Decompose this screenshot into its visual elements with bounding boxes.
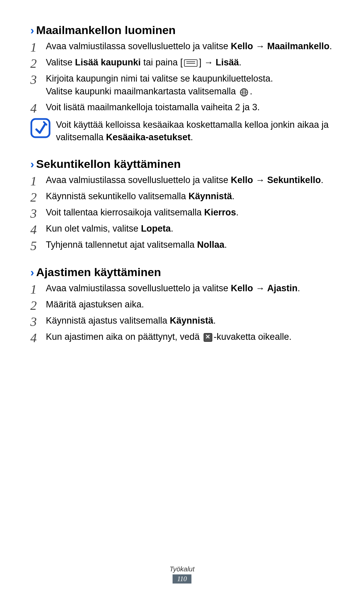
text: . [250,86,252,96]
note-icon [30,118,51,138]
heading-text: Ajastimen käyttäminen [36,266,161,279]
step-body: Käynnistä ajastus valitsemalla Käynnistä… [46,315,334,327]
text: . [224,240,227,250]
step-number: 5 [30,239,46,252]
text: . [329,41,332,51]
text: -kuvaketta oikealle. [214,332,292,342]
step-number: 3 [30,72,46,86]
text: . [321,175,324,185]
step-item: 3 Kirjoita kaupungin nimi tai valitse se… [30,72,334,98]
text: Voit lisätä maailmankelloja toistamalla … [46,102,260,112]
step-body: Kirjoita kaupungin nimi tai valitse se k… [46,72,334,98]
step-number: 1 [30,282,46,296]
text: Käynnistä sekuntikello valitsemalla [46,191,188,201]
text: Valitse kaupunki maailmankartasta valits… [46,86,238,96]
chevron-icon: › [30,158,34,170]
text: Kun olet valmis, valitse [46,223,141,234]
step-number: 2 [30,190,46,204]
step-item: 4 Kun olet valmis, valitse Lopeta. [30,222,334,236]
page-footer: Työkalut 110 [0,565,364,584]
bold-text: Maailmankello [267,41,330,51]
manual-page: › Maailmankellon luominen 1 Avaa valmius… [0,0,364,597]
step-item: 4 Voit lisätä maailmankelloja toistamall… [30,101,334,115]
step-number: 4 [30,101,46,115]
menu-key-icon [184,59,198,67]
step-item: 2 Valitse Lisää kaupunki tai paina [] → … [30,56,334,70]
text: . [171,223,174,234]
note-text: Voit käyttää kelloissa kesäaikaa koskett… [56,118,334,144]
step-item: 3 Voit tallentaa kierrosaikoja valitsema… [30,206,334,220]
text: . [232,191,235,201]
text: . [298,283,300,293]
chevron-icon: › [30,24,34,36]
step-item: 2 Määritä ajastuksen aika. [30,298,334,312]
step-number: 1 [30,40,46,54]
text: ] [199,57,204,67]
step-number: 3 [30,315,46,328]
step-item: 3 Käynnistä ajastus valitsemalla Käynnis… [30,315,334,328]
step-body: Käynnistä sekuntikello valitsemalla Käyn… [46,190,334,203]
bold-text: Käynnistä [188,191,232,201]
text: Valitse [46,57,75,67]
arrow-icon: → [255,283,265,293]
step-body: Määritä ajastuksen aika. [46,298,334,311]
footer-section-label: Työkalut [0,565,364,573]
step-body: Avaa valmiustilassa sovellusluettelo ja … [46,174,334,187]
text: Avaa valmiustilassa sovellusluettelo ja … [46,283,231,293]
arrow-icon: → [255,175,265,185]
step-body: Kun olet valmis, valitse Lopeta. [46,222,334,235]
bold-text: Lisää kaupunki [75,57,141,67]
step-item: 4 Kun ajastimen aika on päättynyt, vedä … [30,331,334,344]
step-number: 4 [30,222,46,236]
text: Avaa valmiustilassa sovellusluettelo ja … [46,175,231,185]
text [265,41,267,51]
text: Käynnistä ajastus valitsemalla [46,316,170,326]
bold-text: Kierros [204,207,236,217]
text [265,175,267,185]
step-body: Tyhjennä tallennetut ajat valitsemalla N… [46,239,334,251]
step-number: 2 [30,298,46,312]
text: . [190,132,193,142]
text: Kirjoita kaupungin nimi tai valitse se k… [46,73,273,84]
step-item: 5 Tyhjennä tallennetut ajat valitsemalla… [30,239,334,252]
heading-text: Sekuntikellon käyttäminen [36,157,181,171]
text: Määritä ajastuksen aika. [46,299,144,309]
section-heading-world-clock: › Maailmankellon luominen [30,24,334,37]
step-body: Kun ajastimen aika on päättynyt, vedä -k… [46,331,334,344]
text: tai paina [ [141,57,183,67]
bold-text: Ajastin [267,283,298,293]
arrow-icon: → [204,57,213,67]
globe-icon [240,86,248,98]
note-block: Voit käyttää kelloissa kesäaikaa koskett… [30,118,334,144]
text: . [239,57,242,67]
bold-text: Kello [231,175,253,185]
step-number: 1 [30,174,46,187]
chevron-icon: › [30,266,34,278]
text: . [236,207,239,217]
bold-text: Kello [231,283,253,293]
text: Voit tallentaa kierrosaikoja valitsemall… [46,207,204,217]
step-number: 4 [30,331,46,344]
step-body: Avaa valmiustilassa sovellusluettelo ja … [46,40,334,53]
heading-text: Maailmankellon luominen [36,24,176,37]
bold-text: Lopeta [141,223,171,234]
page-number: 110 [173,574,192,584]
bold-text: Lisää [216,57,239,67]
step-item: 1 Avaa valmiustilassa sovellusluettelo j… [30,40,334,54]
bold-text: Kello [231,41,253,51]
text: Avaa valmiustilassa sovellusluettelo ja … [46,41,231,51]
svg-rect-3 [31,119,50,137]
step-body: Voit lisätä maailmankelloja toistamalla … [46,101,334,114]
arrow-icon: → [255,41,265,51]
step-body: Avaa valmiustilassa sovellusluettelo ja … [46,282,334,295]
text: Tyhjennä tallennetut ajat valitsemalla [46,240,197,250]
step-item: 1 Avaa valmiustilassa sovellusluettelo j… [30,282,334,296]
text [265,283,267,293]
section-heading-timer: › Ajastimen käyttäminen [30,266,334,279]
step-item: 2 Käynnistä sekuntikello valitsemalla Kä… [30,190,334,204]
section-heading-stopwatch: › Sekuntikellon käyttäminen [30,157,334,171]
bold-text: Kesäaika-asetukset [106,132,191,142]
text: Kun ajastimen aika on päättynyt, vedä [46,332,202,342]
bold-text: Käynnistä [170,316,213,326]
bold-text: Sekuntikello [267,175,321,185]
